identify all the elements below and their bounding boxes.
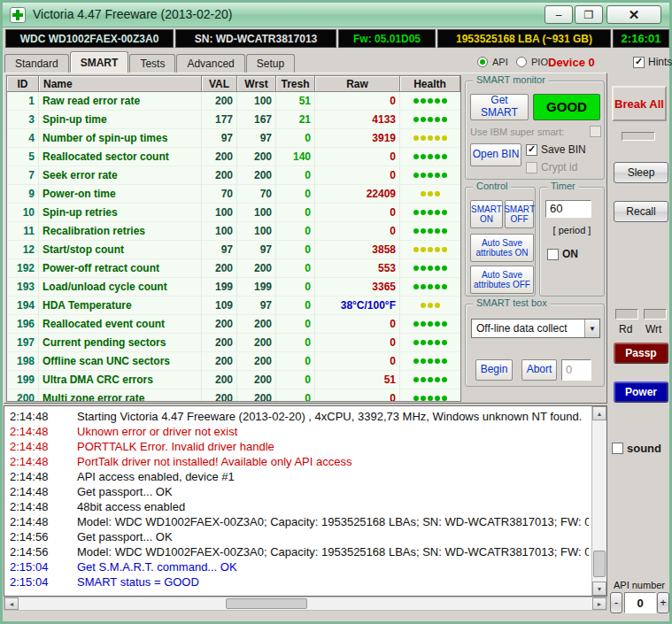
open-bin-button[interactable]: Open BIN bbox=[470, 143, 521, 166]
health-dots bbox=[400, 352, 460, 371]
smart-row-199[interactable]: 199Ultra DMA CRC errors200200051 bbox=[7, 371, 460, 389]
arrow-left-icon: ◄ bbox=[9, 601, 15, 607]
health-dot-icon bbox=[442, 396, 447, 401]
smart-on-button[interactable]: SMART ON bbox=[470, 200, 503, 228]
health-dot-icon bbox=[428, 303, 433, 308]
smart-row-196[interactable]: 196Reallocated event count20020000 bbox=[7, 315, 460, 334]
health-dot-icon bbox=[421, 340, 426, 345]
scroll-down-button[interactable]: ▼ bbox=[592, 582, 606, 596]
api-number-minus-button[interactable]: - bbox=[610, 592, 622, 613]
header-tresh[interactable]: Tresh bbox=[276, 76, 315, 92]
header-val[interactable]: VAL bbox=[202, 76, 237, 92]
power-button[interactable]: Power bbox=[614, 381, 668, 403]
health-dot-icon bbox=[442, 98, 447, 104]
scroll-left-button[interactable]: ◄ bbox=[4, 597, 19, 610]
api-radio[interactable] bbox=[477, 57, 488, 67]
header-health[interactable]: Health bbox=[400, 76, 460, 92]
close-button[interactable]: ✕ bbox=[606, 5, 661, 24]
log-line: 2:14:48Uknown error or driver not exist bbox=[10, 424, 589, 439]
recall-button[interactable]: Recall bbox=[614, 201, 668, 222]
arrow-up-icon: ▲ bbox=[597, 411, 603, 417]
smart-row-1[interactable]: 1Raw read error rate200100510 bbox=[7, 92, 460, 111]
timer-on-checkbox[interactable] bbox=[547, 249, 559, 260]
autosave-on-button[interactable]: Auto Save attributes ON bbox=[470, 234, 534, 262]
chevron-down-icon[interactable]: ▼ bbox=[584, 320, 599, 337]
smart-row-10[interactable]: 10Spin-up retries10010000 bbox=[7, 204, 460, 222]
timer-period-input[interactable]: 60 bbox=[545, 200, 591, 218]
smart-row-5[interactable]: 5Reallocated sector count2002001400 bbox=[7, 148, 460, 166]
get-smart-button[interactable]: Get SMART bbox=[470, 94, 529, 120]
api-number-plus-button[interactable]: + bbox=[657, 592, 669, 613]
health-dot-icon bbox=[413, 247, 419, 252]
smart-row-12[interactable]: 12Start/stop count979703858 bbox=[7, 241, 460, 259]
smart-off-button[interactable]: SMART OFF bbox=[505, 200, 534, 228]
smart-row-198[interactable]: 198Offline scan UNC sectors20020000 bbox=[7, 352, 460, 371]
health-dot-icon bbox=[428, 154, 433, 159]
smart-row-194[interactable]: 194HDA Temperature10997038°C/100°F bbox=[7, 297, 460, 315]
sleep-button[interactable]: Sleep bbox=[614, 162, 668, 183]
health-dot-icon bbox=[442, 210, 447, 215]
scroll-right-button[interactable]: ► bbox=[592, 597, 606, 610]
smart-row-9[interactable]: 9Power-on time7070022409 bbox=[7, 185, 460, 204]
header-id[interactable]: ID bbox=[7, 76, 39, 92]
tab-standard[interactable]: Standard bbox=[4, 54, 69, 73]
smart-row-3[interactable]: 3Spin-up time177167214133 bbox=[7, 111, 460, 129]
health-dot-icon bbox=[428, 358, 433, 364]
health-dot-icon bbox=[435, 396, 440, 401]
smart-row-4[interactable]: 4Number of spin-up times979703919 bbox=[7, 129, 460, 148]
health-dot-icon bbox=[421, 228, 426, 234]
log-vertical-scrollbar[interactable]: ▲ ▼ bbox=[591, 406, 606, 596]
save-bin-checkbox[interactable]: ✓ bbox=[526, 144, 537, 156]
health-dots bbox=[400, 334, 460, 352]
health-dot-icon bbox=[442, 284, 447, 289]
sound-checkbox[interactable] bbox=[612, 443, 623, 454]
timer-on-row: ON bbox=[547, 248, 578, 260]
check-icon: ✓ bbox=[528, 143, 536, 155]
api-number-value[interactable]: 0 bbox=[624, 592, 656, 613]
hints-row: ✓ Hints bbox=[633, 56, 672, 68]
smart-row-200[interactable]: 200Multi zone error rate20020000 bbox=[7, 389, 460, 402]
smart-row-197[interactable]: 197Current pending sectors20020000 bbox=[7, 334, 460, 352]
abort-test-button[interactable]: Abort bbox=[521, 359, 557, 381]
smart-row-11[interactable]: 11Recalibration retries10010000 bbox=[7, 222, 460, 241]
horizontal-scroll-thumb[interactable] bbox=[226, 598, 307, 609]
health-dots bbox=[400, 222, 460, 241]
log-line: 2:14:48Starting Victoria 4.47 Freeware (… bbox=[10, 409, 589, 424]
health-dot-icon bbox=[428, 173, 433, 178]
scroll-up-button[interactable]: ▲ bbox=[592, 406, 606, 420]
crypt-id-checkbox[interactable] bbox=[526, 162, 537, 173]
save-bin-label: Save BIN bbox=[541, 143, 586, 156]
autosave-off-button[interactable]: Auto Save attributes OFF bbox=[470, 266, 534, 294]
test-type-dropdown[interactable]: Off-line data collect ▼ bbox=[471, 319, 600, 338]
tab-setup[interactable]: Setup bbox=[246, 54, 295, 73]
maximize-button[interactable]: ❐ bbox=[575, 5, 603, 24]
vertical-scroll-thumb[interactable] bbox=[593, 551, 606, 577]
header-wrst[interactable]: Wrst bbox=[237, 76, 276, 92]
test-progress-field[interactable]: 0 bbox=[561, 359, 591, 381]
pio-mode[interactable]: PIO bbox=[516, 54, 548, 70]
passport-button[interactable]: Passp bbox=[614, 343, 668, 364]
break-all-button[interactable]: Break All bbox=[612, 86, 667, 121]
health-dot-icon bbox=[435, 98, 440, 104]
api-mode[interactable]: API bbox=[477, 54, 508, 70]
minimize-button[interactable]: – bbox=[545, 5, 573, 24]
tab-tests[interactable]: Tests bbox=[129, 54, 175, 73]
hints-checkbox[interactable]: ✓ bbox=[633, 57, 645, 68]
smart-row-7[interactable]: 7Seek error rate20020000 bbox=[7, 166, 460, 185]
tab-smart[interactable]: SMART bbox=[70, 51, 129, 73]
log-horizontal-scrollbar[interactable]: ◄ ► bbox=[4, 597, 607, 611]
title-bar[interactable]: Victoria 4.47 Freeware (2013-02-20) – ❐ … bbox=[3, 3, 669, 27]
health-dot-icon bbox=[413, 228, 419, 234]
smart-status-indicator: GOOD bbox=[533, 94, 600, 120]
health-dot-icon bbox=[435, 321, 440, 327]
header-raw[interactable]: Raw bbox=[315, 76, 400, 92]
pio-radio[interactable] bbox=[516, 57, 527, 67]
header-name[interactable]: Name bbox=[39, 76, 202, 92]
smart-row-193[interactable]: 193Load/unload cycle count19919903365 bbox=[7, 278, 460, 297]
ibm-smart-checkbox[interactable] bbox=[590, 126, 601, 137]
begin-test-button[interactable]: Begin bbox=[475, 359, 513, 381]
sound-label: sound bbox=[627, 442, 661, 455]
tab-advanced[interactable]: Advanced bbox=[176, 54, 244, 73]
smart-row-192[interactable]: 192Power-off retract count2002000553 bbox=[7, 259, 460, 278]
health-dot-icon bbox=[442, 117, 447, 122]
